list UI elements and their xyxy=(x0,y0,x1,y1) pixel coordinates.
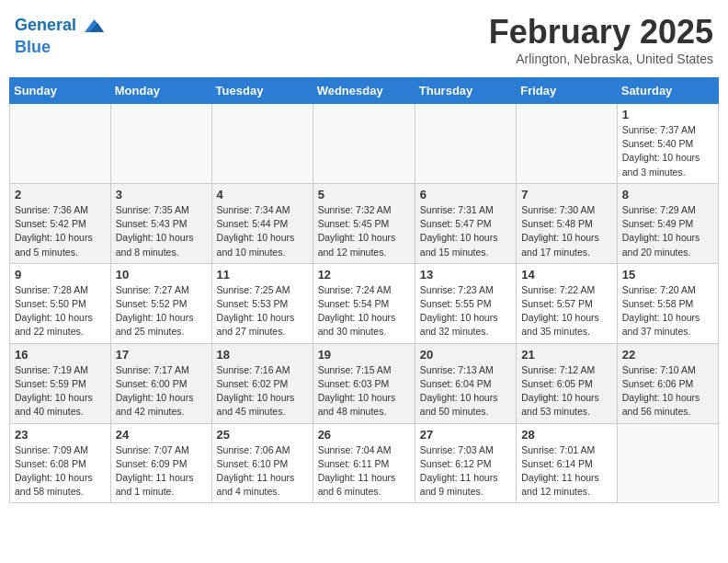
day-info: Sunrise: 7:09 AM Sunset: 6:08 PM Dayligh… xyxy=(15,443,106,500)
calendar-empty-cell xyxy=(110,104,211,184)
calendar-week-row: 1Sunrise: 7:37 AM Sunset: 5:40 PM Daylig… xyxy=(10,104,719,184)
weekday-header-friday: Friday xyxy=(517,78,618,104)
day-info: Sunrise: 7:35 AM Sunset: 5:43 PM Dayligh… xyxy=(116,203,207,259)
calendar-day-cell: 21Sunrise: 7:12 AM Sunset: 6:05 PM Dayli… xyxy=(517,343,618,423)
day-number: 10 xyxy=(116,268,207,282)
day-info: Sunrise: 7:16 AM Sunset: 6:02 PM Dayligh… xyxy=(217,363,308,419)
day-number: 24 xyxy=(116,428,207,442)
day-info: Sunrise: 7:07 AM Sunset: 6:09 PM Dayligh… xyxy=(116,443,207,500)
calendar-empty-cell xyxy=(10,104,111,184)
day-info: Sunrise: 7:31 AM Sunset: 5:47 PM Dayligh… xyxy=(420,203,511,259)
title-block: February 2025 Arlington, Nebraska, Unite… xyxy=(489,13,713,66)
day-info: Sunrise: 7:27 AM Sunset: 5:52 PM Dayligh… xyxy=(116,283,207,339)
day-number: 1 xyxy=(622,108,713,121)
day-info: Sunrise: 7:12 AM Sunset: 6:05 PM Dayligh… xyxy=(521,363,612,419)
day-number: 21 xyxy=(521,348,612,362)
calendar-day-cell: 18Sunrise: 7:16 AM Sunset: 6:02 PM Dayli… xyxy=(211,343,313,423)
day-number: 3 xyxy=(116,188,207,201)
weekday-header-saturday: Saturday xyxy=(617,78,718,104)
day-info: Sunrise: 7:30 AM Sunset: 5:48 PM Dayligh… xyxy=(521,203,612,259)
day-number: 16 xyxy=(15,348,106,362)
day-info: Sunrise: 7:20 AM Sunset: 5:58 PM Dayligh… xyxy=(622,283,713,339)
weekday-header-sunday: Sunday xyxy=(10,78,111,104)
day-number: 23 xyxy=(15,428,106,442)
day-info: Sunrise: 7:13 AM Sunset: 6:04 PM Dayligh… xyxy=(420,363,511,419)
day-number: 2 xyxy=(15,188,106,201)
calendar-week-row: 16Sunrise: 7:19 AM Sunset: 5:59 PM Dayli… xyxy=(10,343,719,423)
day-number: 8 xyxy=(622,188,713,201)
day-info: Sunrise: 7:06 AM Sunset: 6:10 PM Dayligh… xyxy=(217,443,308,500)
weekday-header-monday: Monday xyxy=(110,78,211,104)
calendar-day-cell: 19Sunrise: 7:15 AM Sunset: 6:03 PM Dayli… xyxy=(313,343,415,423)
day-info: Sunrise: 7:03 AM Sunset: 6:12 PM Dayligh… xyxy=(420,443,511,500)
calendar-day-cell: 25Sunrise: 7:06 AM Sunset: 6:10 PM Dayli… xyxy=(211,423,313,503)
calendar-day-cell: 6Sunrise: 7:31 AM Sunset: 5:47 PM Daylig… xyxy=(415,183,516,263)
calendar-day-cell: 27Sunrise: 7:03 AM Sunset: 6:12 PM Dayli… xyxy=(415,423,516,503)
day-info: Sunrise: 7:28 AM Sunset: 5:50 PM Dayligh… xyxy=(15,283,106,339)
day-number: 6 xyxy=(420,188,511,201)
day-info: Sunrise: 7:24 AM Sunset: 5:54 PM Dayligh… xyxy=(318,283,410,339)
logo-icon xyxy=(78,13,104,39)
day-info: Sunrise: 7:25 AM Sunset: 5:53 PM Dayligh… xyxy=(217,283,308,339)
day-number: 20 xyxy=(420,348,511,362)
day-info: Sunrise: 7:01 AM Sunset: 6:14 PM Dayligh… xyxy=(521,443,612,500)
calendar-day-cell: 20Sunrise: 7:13 AM Sunset: 6:04 PM Dayli… xyxy=(415,343,516,423)
weekday-header-wednesday: Wednesday xyxy=(313,78,415,104)
calendar-day-cell: 9Sunrise: 7:28 AM Sunset: 5:50 PM Daylig… xyxy=(10,263,111,343)
calendar-empty-cell xyxy=(517,104,618,184)
day-number: 28 xyxy=(521,428,612,442)
calendar-day-cell: 17Sunrise: 7:17 AM Sunset: 6:00 PM Dayli… xyxy=(110,343,211,423)
calendar-day-cell: 23Sunrise: 7:09 AM Sunset: 6:08 PM Dayli… xyxy=(10,423,111,503)
day-number: 7 xyxy=(521,188,612,201)
calendar-day-cell: 13Sunrise: 7:23 AM Sunset: 5:55 PM Dayli… xyxy=(415,263,516,343)
day-number: 27 xyxy=(420,428,511,442)
day-info: Sunrise: 7:32 AM Sunset: 5:45 PM Dayligh… xyxy=(318,203,410,259)
day-info: Sunrise: 7:15 AM Sunset: 6:03 PM Dayligh… xyxy=(318,363,410,419)
day-number: 4 xyxy=(217,188,308,201)
weekday-header-tuesday: Tuesday xyxy=(211,78,313,104)
day-number: 19 xyxy=(318,348,410,362)
calendar-day-cell: 12Sunrise: 7:24 AM Sunset: 5:54 PM Dayli… xyxy=(313,263,415,343)
day-info: Sunrise: 7:34 AM Sunset: 5:44 PM Dayligh… xyxy=(217,203,308,259)
calendar-day-cell: 4Sunrise: 7:34 AM Sunset: 5:44 PM Daylig… xyxy=(211,183,313,263)
day-number: 11 xyxy=(217,268,308,282)
logo: General Blue xyxy=(15,13,104,57)
day-number: 12 xyxy=(318,268,410,282)
logo-blue-text: Blue xyxy=(15,39,104,57)
day-number: 14 xyxy=(521,268,612,282)
day-info: Sunrise: 7:29 AM Sunset: 5:49 PM Dayligh… xyxy=(622,203,713,259)
calendar-week-row: 2Sunrise: 7:36 AM Sunset: 5:42 PM Daylig… xyxy=(10,183,719,263)
day-info: Sunrise: 7:04 AM Sunset: 6:11 PM Dayligh… xyxy=(318,443,410,500)
day-number: 9 xyxy=(15,268,106,282)
day-info: Sunrise: 7:22 AM Sunset: 5:57 PM Dayligh… xyxy=(521,283,612,339)
day-number: 22 xyxy=(622,348,713,362)
day-info: Sunrise: 7:37 AM Sunset: 5:40 PM Dayligh… xyxy=(622,123,713,179)
calendar-day-cell: 5Sunrise: 7:32 AM Sunset: 5:45 PM Daylig… xyxy=(313,183,415,263)
location: Arlington, Nebraska, United States xyxy=(489,52,713,66)
calendar-day-cell: 3Sunrise: 7:35 AM Sunset: 5:43 PM Daylig… xyxy=(110,183,211,263)
day-number: 25 xyxy=(217,428,308,442)
calendar-day-cell: 8Sunrise: 7:29 AM Sunset: 5:49 PM Daylig… xyxy=(617,183,718,263)
month-title: February 2025 xyxy=(489,13,713,52)
calendar-day-cell: 1Sunrise: 7:37 AM Sunset: 5:40 PM Daylig… xyxy=(617,104,718,184)
calendar-day-cell: 26Sunrise: 7:04 AM Sunset: 6:11 PM Dayli… xyxy=(313,423,415,503)
calendar-week-row: 9Sunrise: 7:28 AM Sunset: 5:50 PM Daylig… xyxy=(10,263,719,343)
day-info: Sunrise: 7:23 AM Sunset: 5:55 PM Dayligh… xyxy=(420,283,511,339)
day-number: 13 xyxy=(420,268,511,282)
calendar-day-cell: 15Sunrise: 7:20 AM Sunset: 5:58 PM Dayli… xyxy=(617,263,718,343)
calendar-day-cell: 14Sunrise: 7:22 AM Sunset: 5:57 PM Dayli… xyxy=(517,263,618,343)
day-info: Sunrise: 7:10 AM Sunset: 6:06 PM Dayligh… xyxy=(622,363,713,419)
day-info: Sunrise: 7:36 AM Sunset: 5:42 PM Dayligh… xyxy=(15,203,106,259)
day-info: Sunrise: 7:17 AM Sunset: 6:00 PM Dayligh… xyxy=(116,363,207,419)
calendar-day-cell: 2Sunrise: 7:36 AM Sunset: 5:42 PM Daylig… xyxy=(10,183,111,263)
page-header: General Blue February 2025 Arlington, Ne… xyxy=(9,9,719,70)
calendar-day-cell: 22Sunrise: 7:10 AM Sunset: 6:06 PM Dayli… xyxy=(617,343,718,423)
day-number: 15 xyxy=(622,268,713,282)
calendar-day-cell: 10Sunrise: 7:27 AM Sunset: 5:52 PM Dayli… xyxy=(110,263,211,343)
calendar-empty-cell xyxy=(617,423,718,503)
day-number: 26 xyxy=(318,428,410,442)
calendar-day-cell: 28Sunrise: 7:01 AM Sunset: 6:14 PM Dayli… xyxy=(517,423,618,503)
calendar-week-row: 23Sunrise: 7:09 AM Sunset: 6:08 PM Dayli… xyxy=(10,423,719,503)
day-number: 5 xyxy=(318,188,410,201)
calendar-empty-cell xyxy=(211,104,313,184)
